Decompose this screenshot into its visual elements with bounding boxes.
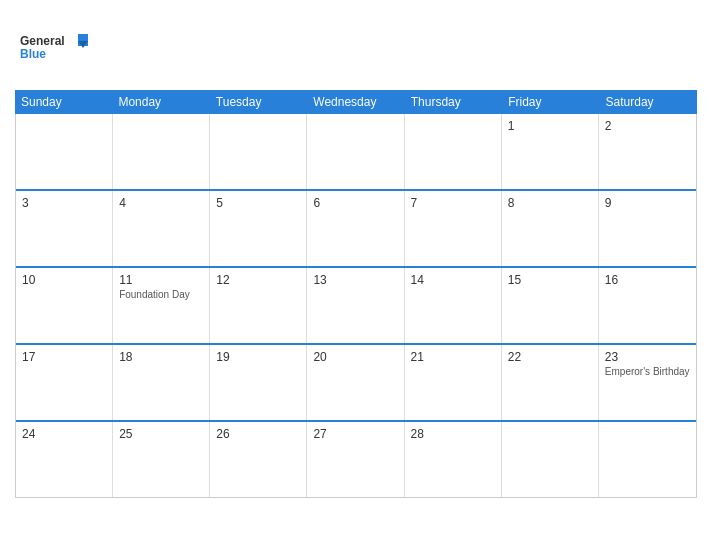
calendar-cell (113, 114, 210, 189)
calendar-week: 2425262728 (16, 422, 696, 498)
day-number: 21 (411, 350, 495, 364)
day-number: 10 (22, 273, 106, 287)
calendar-cell: 23Emperor's Birthday (599, 345, 696, 420)
day-number: 9 (605, 196, 690, 210)
day-number: 7 (411, 196, 495, 210)
day-number: 3 (22, 196, 106, 210)
calendar-cell: 15 (502, 268, 599, 343)
calendar-cell: 8 (502, 191, 599, 266)
calendar-cell: 25 (113, 422, 210, 497)
day-number: 20 (313, 350, 397, 364)
calendar-cell: 18 (113, 345, 210, 420)
day-number: 28 (411, 427, 495, 441)
day-of-week-header: Wednesday (307, 90, 404, 114)
day-number: 23 (605, 350, 690, 364)
day-number: 13 (313, 273, 397, 287)
calendar-cell: 24 (16, 422, 113, 497)
calendar-cell: 5 (210, 191, 307, 266)
day-number: 8 (508, 196, 592, 210)
calendar-cell (210, 114, 307, 189)
calendar-cell: 9 (599, 191, 696, 266)
calendar-cell: 12 (210, 268, 307, 343)
day-number: 26 (216, 427, 300, 441)
calendar-body: 1234567891011Foundation Day1213141516171… (15, 114, 697, 498)
day-of-week-header: Sunday (15, 90, 112, 114)
day-number: 19 (216, 350, 300, 364)
day-number: 12 (216, 273, 300, 287)
day-number: 4 (119, 196, 203, 210)
holiday-label: Foundation Day (119, 289, 203, 300)
svg-text:General: General (20, 34, 65, 48)
calendar-cell (405, 114, 502, 189)
logo: General Blue (20, 32, 90, 62)
day-number: 27 (313, 427, 397, 441)
calendar-cell: 16 (599, 268, 696, 343)
day-of-week-header: Friday (502, 90, 599, 114)
calendar-cell: 26 (210, 422, 307, 497)
calendar-header-row: SundayMondayTuesdayWednesdayThursdayFrid… (15, 90, 697, 114)
day-number: 2 (605, 119, 690, 133)
calendar-cell (502, 422, 599, 497)
calendar-cell (16, 114, 113, 189)
calendar-cell: 22 (502, 345, 599, 420)
calendar-cell: 21 (405, 345, 502, 420)
calendar-cell: 1 (502, 114, 599, 189)
calendar-week: 1011Foundation Day1213141516 (16, 268, 696, 345)
calendar-cell (307, 114, 404, 189)
calendar-cell: 13 (307, 268, 404, 343)
day-number: 22 (508, 350, 592, 364)
calendar-week: 17181920212223Emperor's Birthday (16, 345, 696, 422)
svg-text:Blue: Blue (20, 47, 46, 61)
day-number: 15 (508, 273, 592, 287)
calendar-cell: 20 (307, 345, 404, 420)
calendar-cell (599, 422, 696, 497)
calendar-week: 12 (16, 114, 696, 191)
day-of-week-header: Thursday (405, 90, 502, 114)
holiday-label: Emperor's Birthday (605, 366, 690, 377)
calendar-cell: 10 (16, 268, 113, 343)
calendar-cell: 6 (307, 191, 404, 266)
calendar-cell: 28 (405, 422, 502, 497)
page-header: General Blue (0, 0, 712, 90)
calendar-cell: 2 (599, 114, 696, 189)
calendar-cell: 3 (16, 191, 113, 266)
calendar-week: 3456789 (16, 191, 696, 268)
calendar-cell: 4 (113, 191, 210, 266)
calendar-cell: 17 (16, 345, 113, 420)
calendar-cell: 19 (210, 345, 307, 420)
calendar-cell: 14 (405, 268, 502, 343)
calendar-cell: 11Foundation Day (113, 268, 210, 343)
day-number: 16 (605, 273, 690, 287)
day-number: 17 (22, 350, 106, 364)
day-number: 25 (119, 427, 203, 441)
calendar: SundayMondayTuesdayWednesdayThursdayFrid… (15, 90, 697, 498)
calendar-cell: 27 (307, 422, 404, 497)
calendar-cell: 7 (405, 191, 502, 266)
day-number: 14 (411, 273, 495, 287)
logo-svg: General Blue (20, 32, 90, 62)
day-of-week-header: Saturday (600, 90, 697, 114)
day-number: 5 (216, 196, 300, 210)
day-number: 18 (119, 350, 203, 364)
day-number: 1 (508, 119, 592, 133)
day-number: 11 (119, 273, 203, 287)
day-of-week-header: Tuesday (210, 90, 307, 114)
day-number: 6 (313, 196, 397, 210)
day-of-week-header: Monday (112, 90, 209, 114)
day-number: 24 (22, 427, 106, 441)
